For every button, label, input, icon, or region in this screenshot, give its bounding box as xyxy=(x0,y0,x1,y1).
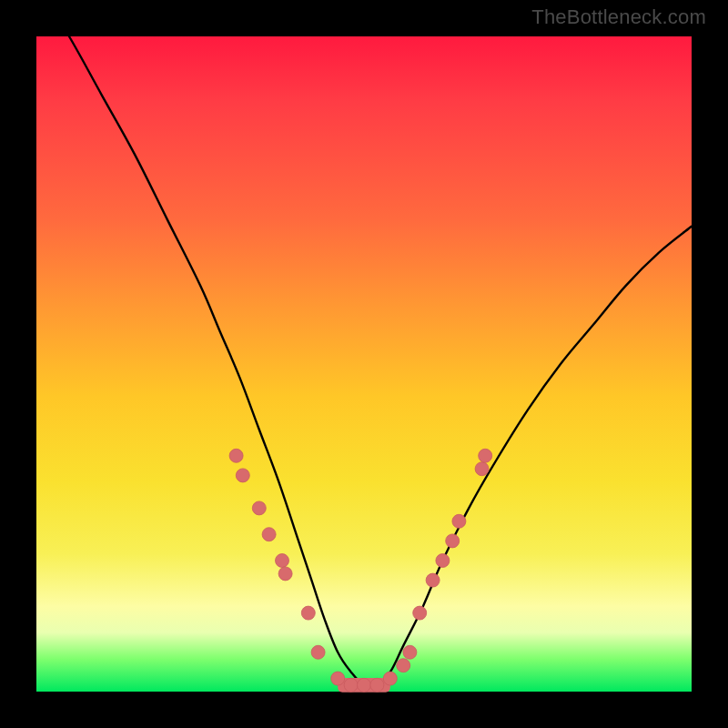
curve-marker xyxy=(252,501,266,515)
curve-marker xyxy=(311,645,325,659)
curve-marker xyxy=(301,606,315,620)
curve-marker xyxy=(452,514,466,528)
curve-marker xyxy=(436,554,450,568)
curve-marker xyxy=(278,567,292,581)
curve-marker xyxy=(236,469,249,482)
watermark-text: TheBottleneck.com xyxy=(531,5,706,29)
plot-area xyxy=(36,36,692,692)
curve-marker xyxy=(413,606,427,620)
curve-markers xyxy=(229,449,492,692)
curve-marker xyxy=(229,449,243,462)
curve-marker xyxy=(475,462,489,476)
curve-marker xyxy=(331,672,345,685)
chart-svg xyxy=(36,36,692,692)
curve-marker xyxy=(370,678,384,692)
curve-marker xyxy=(479,449,492,462)
curve-marker xyxy=(358,678,371,692)
bottleneck-curve xyxy=(36,0,692,687)
curve-marker xyxy=(276,554,289,568)
curve-marker xyxy=(403,645,417,659)
curve-marker xyxy=(344,678,358,692)
chart-frame: TheBottleneck.com xyxy=(0,0,728,728)
curve-marker xyxy=(262,528,276,541)
curve-marker xyxy=(446,534,460,548)
curve-marker xyxy=(426,573,440,587)
curve-marker xyxy=(397,659,410,672)
curve-marker xyxy=(383,672,397,685)
